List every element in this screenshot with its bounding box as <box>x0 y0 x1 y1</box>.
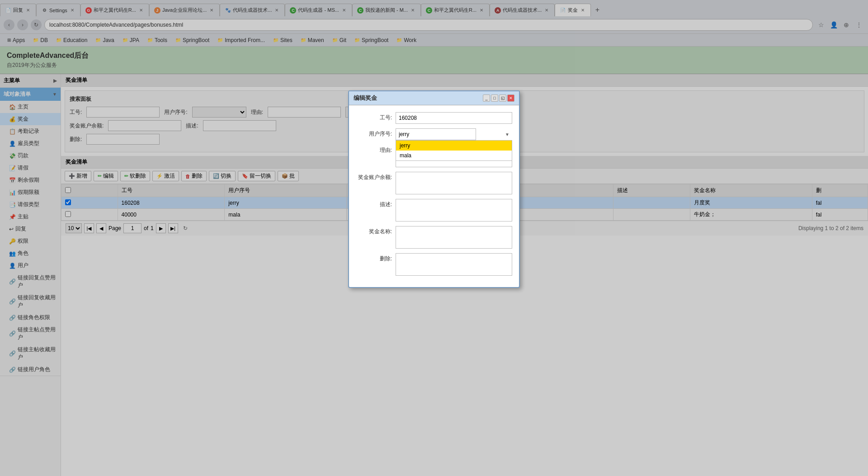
modal-header: 编辑奖金 _ □ ◱ ✕ <box>349 91 519 105</box>
modal-restore-button[interactable]: ◱ <box>499 94 506 102</box>
modal-close-button[interactable]: ✕ <box>507 94 514 102</box>
dropdown-item-mala[interactable]: mala <box>396 151 512 160</box>
modal-balance-textarea[interactable] <box>396 172 512 194</box>
dropdown-item-jerry[interactable]: jerry <box>396 141 512 151</box>
modal-del-textarea[interactable] <box>396 253 512 276</box>
modal-desc-label: 描述: <box>356 199 392 208</box>
modal-del-label: 删除: <box>356 253 392 263</box>
modal-balance-row: 奖金账户余额: <box>356 172 512 194</box>
modal-desc-row: 描述: <box>356 199 512 222</box>
modal-userno-row: 用户序号: ▼ jerry mala <box>356 128 512 140</box>
userno-dropdown-arrow: ▼ <box>505 132 509 137</box>
modal-bonusname-label: 奖金名称: <box>356 226 392 236</box>
modal-userno-container: ▼ jerry mala <box>396 128 512 140</box>
modal-bonusname-textarea[interactable] <box>396 226 512 249</box>
modal-workno-input[interactable] <box>396 112 512 124</box>
modal-controls: _ □ ◱ ✕ <box>483 94 514 102</box>
modal-overlay: 编辑奖金 _ □ ◱ ✕ 工号: 用户序号: ▼ <box>0 0 868 476</box>
modal-body: 工号: 用户序号: ▼ jerry mala 理由: <box>349 105 519 287</box>
modal-workno-row: 工号: <box>356 112 512 124</box>
modal-del-row: 删除: <box>356 253 512 276</box>
modal-reason-label: 理由: <box>356 145 392 154</box>
modal-bonusname-row: 奖金名称: <box>356 226 512 249</box>
edit-modal: 编辑奖金 _ □ ◱ ✕ 工号: 用户序号: ▼ <box>348 90 520 288</box>
modal-userno-label: 用户序号: <box>356 128 392 138</box>
userno-dropdown-list: jerry mala <box>396 140 512 161</box>
modal-minimize-button[interactable]: _ <box>483 94 490 102</box>
modal-balance-label: 奖金账户余额: <box>356 172 392 181</box>
modal-workno-label: 工号: <box>356 112 392 122</box>
modal-title: 编辑奖金 <box>354 94 377 102</box>
modal-desc-textarea[interactable] <box>396 199 512 222</box>
modal-maximize-button[interactable]: □ <box>491 94 498 102</box>
modal-userno-input[interactable] <box>396 128 476 140</box>
